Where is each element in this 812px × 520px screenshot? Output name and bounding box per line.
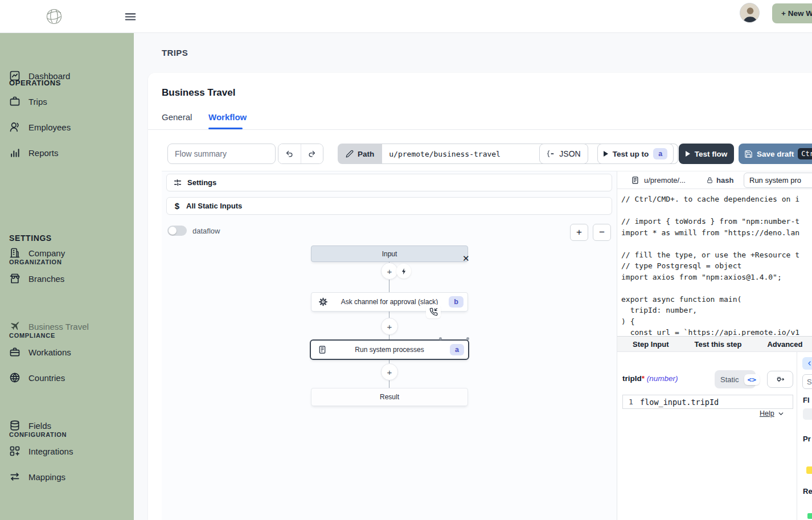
picker-item-pill[interactable]	[803, 408, 812, 420]
save-icon	[744, 150, 753, 158]
collapse-button[interactable]	[802, 357, 812, 370]
swap-arrows-icon	[9, 471, 20, 482]
avatar[interactable]	[740, 3, 760, 23]
flow-toolbar: Path JSON Test up to a Test flow Save dr…	[148, 130, 812, 171]
flow-node-run-system[interactable]: Run system processes a	[310, 339, 469, 360]
suitcase-icon	[9, 346, 20, 358]
sidebar-item-integrations[interactable]: Integrations	[9, 440, 129, 462]
grid-plus-icon	[9, 445, 20, 457]
redo-button[interactable]	[301, 144, 323, 163]
flow-summary-input[interactable]	[167, 144, 276, 164]
content-card: Business Travel General Workflow Path JS…	[148, 73, 812, 520]
undo-redo-group	[278, 144, 323, 164]
script-icon	[318, 345, 327, 354]
expression-editor[interactable]: 1 flow_input.tripId	[622, 395, 793, 409]
sidebar-item-company[interactable]: Company	[9, 241, 129, 264]
dataflow-control: dataflow	[167, 226, 220, 236]
node-handle-dot	[439, 337, 442, 340]
shortcut-kbd: Ctrl	[798, 148, 812, 159]
plug-arrow-button[interactable]	[767, 371, 793, 388]
picker-yellow-indicator	[806, 466, 812, 474]
globe-icon	[9, 372, 20, 383]
sidebar-item-employees[interactable]: Employees	[9, 116, 129, 138]
code-editor[interactable]: // Ctrl/CMD+. to cache dependencies on i…	[617, 189, 812, 336]
tab-step-input[interactable]: Step Input	[633, 340, 669, 349]
sidebar-item-dashboard[interactable]: Dashboard	[9, 64, 129, 87]
step-tabs: Step Input Test this step Advanced	[617, 336, 812, 352]
picker-results-label: Re	[803, 487, 812, 496]
tab-workflow[interactable]: Workflow	[208, 112, 247, 122]
sidebar-item-workations[interactable]: Workations	[9, 341, 129, 363]
test-up-to-button[interactable]: Test up to a	[597, 144, 674, 164]
undo-button[interactable]	[278, 144, 301, 163]
picker-divider	[797, 352, 797, 520]
play-icon	[604, 151, 608, 157]
node-handle-dot	[466, 337, 469, 340]
json-button[interactable]: JSON	[539, 144, 588, 164]
page-title: Business Travel	[162, 87, 235, 99]
step-summary-input[interactable]	[744, 173, 812, 188]
menu-icon[interactable]	[124, 9, 137, 24]
tab-advanced[interactable]: Advanced	[767, 340, 802, 349]
line-number: 1	[623, 395, 639, 408]
help-link[interactable]: Help	[760, 410, 785, 417]
save-draft-button[interactable]: Save draft Ctrl	[739, 144, 812, 164]
sidebar-item-reports[interactable]: Reports	[9, 141, 129, 164]
page-breadcrumb: TRIPS	[162, 48, 188, 58]
chevron-left-icon	[806, 360, 812, 367]
sidebar-item-business-travel[interactable]: Business Travel	[9, 315, 129, 338]
plane-icon	[9, 321, 20, 332]
users-icon	[9, 121, 20, 133]
all-static-inputs-row[interactable]: $ All Static Inputs	[166, 197, 612, 215]
close-icon[interactable]: ✕	[462, 253, 470, 264]
pencil-icon	[346, 150, 354, 158]
flow-canvas[interactable]: Settings $ All Static Inputs dataflow + …	[162, 171, 617, 520]
step-editor-panel: u/premote/... hash // Ctrl/CMD+. to cach…	[617, 171, 812, 520]
flow-node-result[interactable]: Result	[311, 388, 468, 406]
tab-general[interactable]: General	[162, 112, 192, 122]
picker-search-input[interactable]: S	[802, 374, 812, 389]
step-id-badge: b	[449, 296, 464, 308]
sidebar-item-branches[interactable]: Branches	[9, 267, 129, 290]
input-mode-toggle: Static <>	[715, 370, 756, 388]
sliders-icon	[173, 178, 182, 187]
zoom-in-button[interactable]: +	[570, 224, 588, 241]
code-mode-option[interactable]: <>	[744, 374, 760, 385]
new-workation-button[interactable]: + New Wor	[772, 3, 812, 23]
flow-settings-row[interactable]: Settings	[166, 174, 612, 191]
insert-step-button[interactable]: +	[381, 363, 398, 380]
toggle-knob	[169, 227, 177, 235]
field-label: tripId* (number)	[622, 374, 678, 383]
script-path[interactable]: u/premote/...	[631, 176, 686, 185]
sidebar-item-trips[interactable]: Trips	[9, 90, 129, 113]
chevron-down-icon	[777, 410, 785, 417]
zoom-out-button[interactable]: −	[593, 224, 611, 241]
test-flow-button[interactable]: Test flow	[679, 144, 734, 164]
sidebar-item-mappings[interactable]: Mappings	[9, 465, 129, 488]
sidebar-item-fields[interactable]: Fields	[9, 414, 129, 437]
hash-control[interactable]: hash	[706, 176, 733, 185]
dataflow-toggle[interactable]	[167, 226, 187, 236]
insert-step-button[interactable]: +	[381, 263, 398, 280]
insert-step-button[interactable]: +	[381, 318, 398, 335]
briefcase-icon	[9, 96, 20, 107]
static-mode-option[interactable]: Static	[716, 375, 743, 384]
picker-green-indicator	[807, 513, 812, 519]
dataflow-label: dataflow	[192, 227, 220, 235]
step-id-badge: a	[450, 344, 464, 355]
edit-path-button[interactable]: Path	[338, 144, 382, 164]
app-logo-icon	[44, 6, 64, 27]
play-icon	[686, 151, 690, 157]
lock-icon	[706, 177, 713, 184]
trigger-bolt-icon[interactable]	[396, 264, 411, 279]
flow-node-approval[interactable]: Ask channel for approval (slack) b	[311, 292, 468, 312]
sidebar-item-countries[interactable]: Countries	[9, 366, 129, 389]
flow-node-input[interactable]: Input	[311, 245, 468, 262]
bar-chart-icon	[9, 147, 20, 158]
app-root: + New Wor OPERATIONS Dashboard Trips Emp…	[0, 0, 812, 520]
topbar: + New Wor	[0, 0, 812, 33]
picker-flow-input-label: Fl	[803, 396, 810, 404]
tab-test-this-step[interactable]: Test this step	[695, 340, 742, 349]
store-icon	[9, 273, 20, 284]
dollar-icon: $	[173, 201, 181, 211]
